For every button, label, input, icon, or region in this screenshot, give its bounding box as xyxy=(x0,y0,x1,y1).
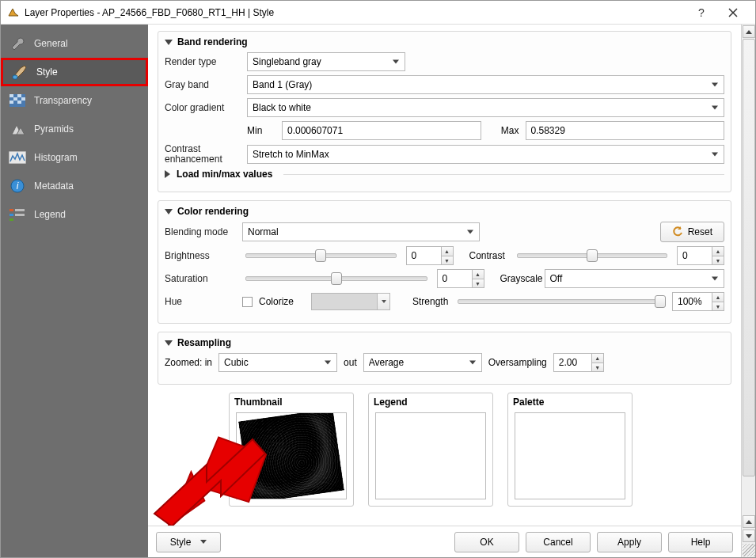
scroll-up-step-button[interactable] xyxy=(743,515,755,528)
help-button[interactable]: ? xyxy=(686,2,717,24)
label-gray-band: Gray band xyxy=(165,79,241,90)
label-saturation: Saturation xyxy=(165,273,236,284)
brush-icon xyxy=(11,64,28,80)
label-hue: Hue xyxy=(165,296,236,307)
resize-grip[interactable] xyxy=(743,544,755,556)
chevron-down-icon xyxy=(165,340,173,346)
sidebar-item-label: Transparency xyxy=(34,95,92,106)
blending-mode-select[interactable]: Normal xyxy=(242,222,480,241)
sidebar-item-label: Metadata xyxy=(34,180,74,192)
group-title: Color rendering xyxy=(177,206,249,217)
style-menu-button[interactable]: Style xyxy=(156,532,221,552)
min-input[interactable] xyxy=(282,121,481,140)
svg-rect-2 xyxy=(9,94,13,97)
label-contrast-enhancement: Contrast enhancement xyxy=(165,144,241,165)
strength-slider[interactable] xyxy=(458,299,663,304)
sidebar-item-transparency[interactable]: Transparency xyxy=(1,86,148,115)
sidebar-item-legend[interactable]: Legend xyxy=(1,200,148,229)
close-button[interactable] xyxy=(717,2,749,24)
label-colorize: Colorize xyxy=(259,296,294,307)
oversampling-spin[interactable]: ▲▼ xyxy=(553,353,604,372)
legend-preview xyxy=(375,412,486,499)
scroll-down-button[interactable] xyxy=(743,530,755,542)
chevron-down-icon xyxy=(165,40,173,45)
strength-spin[interactable]: ▲▼ xyxy=(672,292,724,311)
group-title: Resampling xyxy=(177,337,231,348)
svg-rect-17 xyxy=(9,218,13,221)
saturation-slider[interactable] xyxy=(245,276,427,281)
zoomed-in-select[interactable]: Cubic xyxy=(218,353,337,372)
svg-rect-7 xyxy=(17,101,21,104)
brightness-slider[interactable] xyxy=(245,253,397,258)
pyramids-icon xyxy=(9,121,26,137)
chevron-right-icon[interactable] xyxy=(165,170,170,178)
saturation-spin[interactable]: ▲▼ xyxy=(437,269,484,288)
gray-band-select[interactable]: Band 1 (Gray) xyxy=(247,75,724,94)
sidebar-item-style[interactable]: Style xyxy=(1,58,148,86)
app-icon xyxy=(7,6,20,19)
label-brightness: Brightness xyxy=(165,250,236,261)
svg-rect-5 xyxy=(21,97,25,101)
wrench-icon xyxy=(9,36,26,51)
thumbnail-panel: Thumbnail xyxy=(229,393,354,507)
render-type-select[interactable]: Singleband gray xyxy=(247,52,405,71)
group-header[interactable]: Resampling xyxy=(165,337,724,348)
label-max: Max xyxy=(488,125,519,136)
max-input[interactable] xyxy=(526,121,725,140)
window-title: Layer Properties - AP_24566_FBD_F0680_RT… xyxy=(25,7,686,18)
vertical-scrollbar[interactable] xyxy=(741,25,755,557)
label-color-gradient: Color gradient xyxy=(165,102,241,113)
contrast-slider[interactable] xyxy=(517,253,668,258)
svg-rect-14 xyxy=(15,209,25,211)
sidebar-item-general[interactable]: General xyxy=(1,29,148,58)
palette-panel: Palette xyxy=(507,393,633,507)
sidebar-item-label: Legend xyxy=(34,209,66,220)
svg-rect-6 xyxy=(9,101,13,104)
sidebar-item-pyramids[interactable]: Pyramids xyxy=(1,115,148,143)
label-contrast: Contrast xyxy=(460,250,507,261)
sidebar-item-label: General xyxy=(34,38,68,49)
svg-rect-15 xyxy=(9,214,13,216)
button-bar: Style OK Cancel Apply Help xyxy=(148,526,741,557)
reset-button[interactable]: Reset xyxy=(660,222,724,242)
chevron-down-icon xyxy=(165,209,173,214)
group-header[interactable]: Band rendering xyxy=(165,36,724,47)
sidebar-item-label: Histogram xyxy=(34,152,78,163)
checkerboard-icon xyxy=(9,93,26,108)
titlebar: Layer Properties - AP_24566_FBD_F0680_RT… xyxy=(1,1,755,25)
label-out: out xyxy=(344,357,357,368)
svg-text:i: i xyxy=(17,180,19,192)
contrast-spin[interactable]: ▲▼ xyxy=(677,246,724,265)
sidebar: General Style Transparency Pyramids Hist… xyxy=(1,25,148,557)
sidebar-item-metadata[interactable]: i Metadata xyxy=(1,172,148,200)
legend-icon xyxy=(9,207,26,222)
scroll-up-button[interactable] xyxy=(743,25,755,38)
load-minmax-title[interactable]: Load min/max values xyxy=(177,169,272,180)
sidebar-item-histogram[interactable]: Histogram xyxy=(1,143,148,172)
group-color-rendering: Color rendering Blending mode Normal Res… xyxy=(158,200,731,324)
label-strength: Strength xyxy=(412,296,448,307)
legend-panel: Legend xyxy=(368,393,493,507)
contrast-enhancement-select[interactable]: Stretch to MinMax xyxy=(247,145,724,164)
cancel-button[interactable]: Cancel xyxy=(526,532,591,552)
scrollbar-thumb[interactable] xyxy=(743,39,755,476)
apply-button[interactable]: Apply xyxy=(597,532,662,552)
label-blending-mode: Blending mode xyxy=(165,226,236,237)
label-grayscale: Grayscale xyxy=(491,273,538,284)
ok-button[interactable]: OK xyxy=(454,532,519,552)
thumbnail-image xyxy=(236,412,347,499)
group-header[interactable]: Color rendering xyxy=(165,206,724,217)
zoomed-out-select[interactable]: Average xyxy=(363,353,482,372)
colorize-color-swatch[interactable] xyxy=(311,293,390,310)
svg-rect-3 xyxy=(17,94,21,97)
label-legend: Legend xyxy=(369,393,492,409)
help-button[interactable]: Help xyxy=(668,532,733,552)
colorize-checkbox[interactable] xyxy=(242,297,253,307)
label-oversampling: Oversampling xyxy=(488,357,547,368)
color-gradient-select[interactable]: Black to white xyxy=(247,98,724,117)
palette-preview xyxy=(515,412,625,499)
grayscale-select[interactable]: Off xyxy=(545,269,725,288)
sidebar-item-label: Style xyxy=(36,66,58,78)
preview-row: Thumbnail Legend Palette xyxy=(158,393,731,507)
brightness-spin[interactable]: ▲▼ xyxy=(406,246,454,265)
